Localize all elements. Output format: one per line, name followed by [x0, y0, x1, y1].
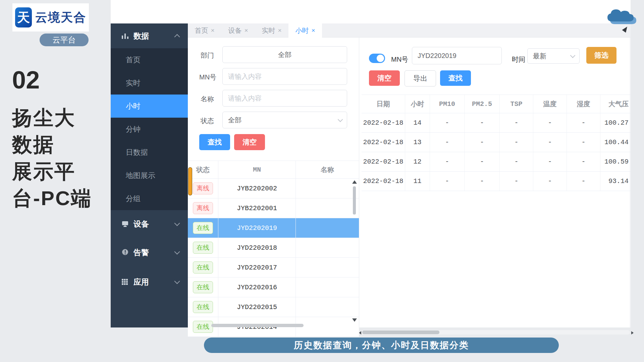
chevron-up-icon: [174, 34, 180, 40]
results-cell: -: [465, 152, 500, 171]
device-status-cell: 离线: [188, 179, 218, 198]
status-select[interactable]: 全部: [222, 112, 347, 128]
sidebar: 数据 首页实时小时分钟日数据地图展示分组 设备 告警: [111, 23, 188, 327]
filter-button[interactable]: 筛选: [586, 47, 616, 64]
results-col-header: 湿度: [567, 95, 600, 113]
sidebar-item-小时[interactable]: 小时: [111, 95, 188, 118]
tab-实时[interactable]: 实时×: [255, 23, 288, 38]
mn-toggle[interactable]: [369, 54, 385, 63]
results-cell: 2022-02-18: [362, 152, 405, 171]
results-cell: 14: [405, 113, 430, 132]
vertical-scrollbar-thumb[interactable]: [353, 186, 356, 215]
results-row: 2022-02-1814-----100.27: [362, 113, 631, 133]
results-mn-input[interactable]: [412, 47, 502, 64]
panel-collapse-handle[interactable]: [188, 167, 192, 195]
sidebar-section-data[interactable]: 数据: [111, 23, 188, 48]
device-col-mn: MN: [218, 161, 296, 178]
results-col-header: PM10: [430, 95, 465, 113]
device-mn: JYD2202018: [218, 238, 296, 257]
page: 天 云境天合 云平台 02 扬尘大 数据 展示平 台-PC端 数据 首页实时小时…: [0, 0, 644, 362]
sidebar-item-日数据[interactable]: 日数据: [111, 141, 188, 164]
cloud-icon: [602, 1, 641, 25]
sidebar-item-分组[interactable]: 分组: [111, 187, 188, 210]
scroll-up-arrow[interactable]: [352, 180, 357, 184]
export-button[interactable]: 导出: [405, 70, 436, 86]
device-row[interactable]: 在线JYD2202015: [188, 297, 359, 317]
device-row[interactable]: 离线JYB2202002: [188, 179, 359, 198]
results-table-header: 日期小时PM10PM2.5TSP温度湿度大气压: [362, 95, 631, 113]
results-cell: 13: [405, 133, 430, 152]
close-icon[interactable]: ×: [244, 27, 248, 34]
name-label: 名称: [201, 95, 214, 104]
grid-icon: [121, 279, 129, 285]
results-cell: -: [500, 113, 533, 132]
tab-bar: 首页×设备×实时×小时×: [188, 23, 631, 38]
results-clear-button[interactable]: 清空: [369, 70, 400, 86]
results-row: 2022-02-1811-----93.14: [362, 172, 631, 191]
scroll-left-arrow[interactable]: [359, 331, 361, 335]
device-row[interactable]: 在线JYD2202018: [188, 238, 359, 258]
toggle-knob: [377, 55, 384, 62]
results-col-header: 日期: [362, 95, 405, 113]
device-row[interactable]: 离线JYB2202001: [188, 198, 359, 218]
tab-设备[interactable]: 设备×: [221, 23, 255, 38]
device-mn: JYB2202001: [218, 198, 296, 218]
sidebar-section-alert[interactable]: 告警: [111, 238, 188, 267]
scroll-right-arrow[interactable]: [631, 331, 634, 335]
chevron-down-icon: [338, 117, 343, 122]
close-icon[interactable]: ×: [278, 27, 281, 34]
sidebar-section-app[interactable]: 应用: [111, 267, 188, 297]
sidebar-item-首页[interactable]: 首页: [111, 48, 188, 71]
chevron-down-icon: [174, 279, 180, 284]
status-select-value: 全部: [228, 116, 241, 125]
horizontal-scrollbar-thumb-right[interactable]: [362, 330, 439, 334]
sidebar-section-label: 告警: [133, 247, 149, 258]
device-row[interactable]: 在线JYD2202017: [188, 258, 359, 278]
tab-首页[interactable]: 首页×: [188, 23, 221, 38]
results-cell: -: [567, 113, 600, 132]
app-window: 数据 首页实时小时分钟日数据地图展示分组 设备 告警: [111, 0, 631, 327]
tab-小时[interactable]: 小时×: [288, 23, 322, 38]
results-cell: -: [465, 172, 500, 191]
device-row[interactable]: 在线JYD2202016: [188, 278, 359, 297]
results-cell: 12: [405, 152, 430, 171]
bar-chart-icon: [121, 33, 129, 39]
results-search-button[interactable]: 查找: [440, 70, 471, 86]
scroll-down-arrow[interactable]: [352, 318, 357, 322]
dept-select[interactable]: [222, 46, 347, 63]
panel-right-border: [630, 38, 630, 327]
close-icon[interactable]: ×: [311, 27, 315, 34]
device-row[interactable]: 在线JYD2202019: [188, 218, 359, 238]
tab-label: 实时: [262, 26, 275, 35]
sidebar-item-分钟[interactable]: 分钟: [111, 118, 188, 141]
status-badge: 离线: [193, 182, 213, 194]
sidebar-item-地图展示[interactable]: 地图展示: [111, 164, 188, 187]
status-badge: 在线: [193, 321, 213, 333]
brand-name: 云境天合: [35, 9, 86, 26]
sidebar-section-device[interactable]: 设备: [111, 210, 188, 238]
results-col-header: 小时: [405, 95, 430, 113]
time-select[interactable]: 最新: [527, 48, 580, 64]
close-icon[interactable]: ×: [211, 27, 214, 34]
device-name: [296, 297, 359, 317]
status-label: 状态: [201, 116, 214, 125]
results-col-header: 温度: [533, 95, 567, 113]
results-mn-label: MN号: [391, 55, 408, 64]
device-table-header: 状态 MN 名称: [188, 161, 359, 179]
results-cell: 2022-02-18: [362, 172, 405, 191]
results-cell: 2022-02-18: [362, 133, 405, 152]
device-name: [296, 198, 359, 218]
slide-title: 扬尘大 数据 展示平 台-PC端: [12, 105, 92, 212]
results-row: 2022-02-1812-----100.59: [362, 152, 631, 172]
query-search-button[interactable]: 查找: [199, 134, 230, 150]
horizontal-scrollbar-thumb-left[interactable]: [211, 324, 304, 327]
name-input[interactable]: [222, 90, 347, 107]
device-name: [296, 218, 359, 238]
device-status-cell: 离线: [188, 198, 218, 218]
sidebar-item-实时[interactable]: 实时: [111, 71, 188, 95]
sidebar-section-label: 数据: [133, 31, 149, 41]
results-cell: -: [430, 133, 465, 152]
mn-label: MN号: [199, 73, 216, 82]
query-clear-button[interactable]: 清空: [234, 134, 265, 150]
mn-input[interactable]: [222, 68, 347, 85]
